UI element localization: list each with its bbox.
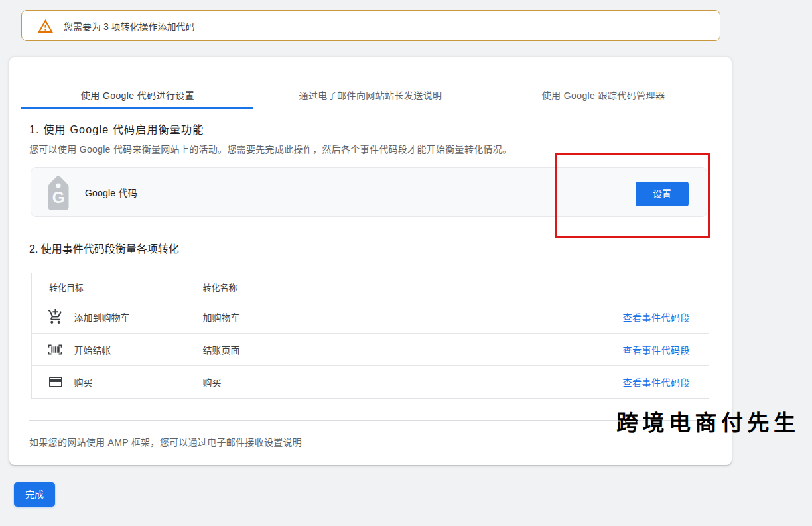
- svg-text:G: G: [52, 188, 65, 206]
